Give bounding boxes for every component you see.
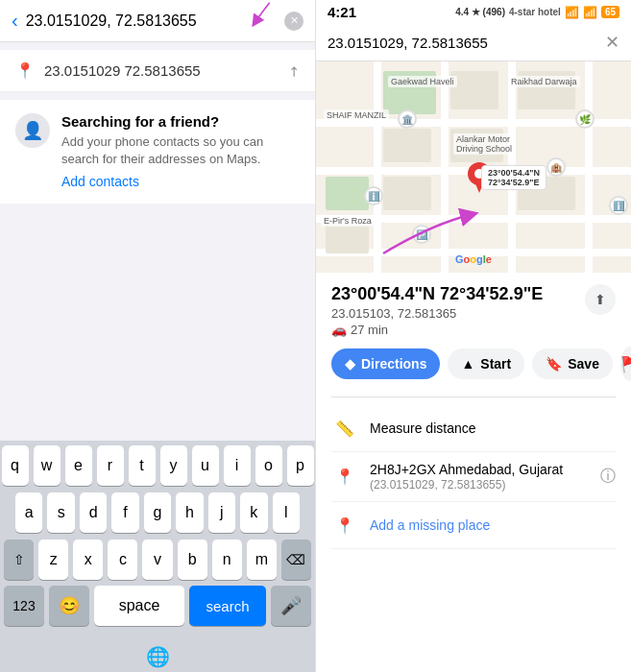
location-icon: 📍	[15, 61, 35, 80]
plus-code-text: 2H8J+2GX Ahmedabad, Gujarat (23.0151029,…	[370, 462, 589, 492]
key-l[interactable]: l	[273, 492, 300, 533]
measure-icon: 📏	[331, 415, 358, 442]
plus-code-row[interactable]: 📍 2H8J+2GX Ahmedabad, Gujarat (23.015102…	[331, 452, 616, 502]
friend-card-title: Searching for a friend?	[61, 113, 300, 130]
key-v[interactable]: v	[142, 540, 172, 580]
map-icon-2: 🌿	[575, 109, 595, 129]
add-place-row[interactable]: 📍 Add a missing place	[331, 502, 616, 549]
key-k[interactable]: k	[240, 492, 267, 533]
add-place-text: Add a missing place	[370, 517, 616, 533]
status-time: 4:21	[328, 4, 356, 20]
key-shift[interactable]: ⇧	[4, 540, 34, 580]
keyboard: q w e r t y u i o p a s d f g h j k l ⇧ …	[0, 441, 315, 672]
keyboard-row-1: q w e r t y u i o p	[0, 441, 315, 488]
key-j[interactable]: j	[208, 492, 235, 533]
key-x[interactable]: x	[73, 540, 103, 580]
key-y[interactable]: y	[160, 445, 187, 486]
map-icon-5: 🅿️	[412, 225, 431, 244]
key-b[interactable]: b	[178, 540, 207, 580]
key-q[interactable]: q	[2, 445, 29, 486]
left-panel: ‹ 📍 23.0151029 72.5813655 ↗ 👤 Searching …	[0, 0, 315, 672]
key-space[interactable]: space	[94, 586, 184, 626]
info-action-icon[interactable]: ⓘ	[600, 467, 616, 487]
friend-card: 👤 Searching for a friend? Add your phone…	[0, 100, 315, 204]
car-icon: 🚗	[331, 323, 347, 337]
keyboard-row-2: a s d f g h j k l	[0, 488, 315, 535]
info-panel: ⬆ 23°00'54.4"N 72°34'52.9"E 23.015103, 7…	[316, 273, 631, 672]
key-a[interactable]: a	[15, 492, 42, 533]
key-n[interactable]: n	[212, 540, 242, 580]
map-road	[585, 61, 593, 273]
key-e[interactable]: e	[65, 445, 92, 486]
map[interactable]: Gaekwad Haveli Raikhad Darwaja SHAIF MAN…	[316, 61, 631, 273]
plus-code-icon: 📍	[331, 464, 358, 491]
key-globe[interactable]: 🌐	[146, 645, 170, 668]
map-green-area	[326, 177, 369, 210]
friend-card-description: Add your phone contacts so you can searc…	[61, 133, 300, 168]
map-label-alankar: Alankar MotorDriving School	[453, 133, 515, 155]
right-clear-button[interactable]: ✕	[605, 32, 619, 53]
map-block	[383, 129, 431, 162]
map-icon-1: 🏛️	[398, 109, 417, 129]
divider	[331, 396, 616, 397]
key-i[interactable]: i	[224, 445, 251, 486]
share-button[interactable]: ⬆	[585, 284, 616, 315]
key-c[interactable]: c	[108, 540, 137, 580]
status-bar: 4:21 4.4 ★ (496) 4-star hotel 📶 📶 65	[316, 0, 631, 24]
map-icon-3: 🏨	[546, 157, 566, 177]
key-123[interactable]: 123	[4, 586, 44, 626]
coord-label: 23°00'54.4"N 72°34'52.9"E	[481, 165, 546, 190]
flag-button[interactable]: 🚩	[620, 347, 631, 381]
add-contacts-button[interactable]: Add contacts	[61, 174, 139, 189]
directions-button[interactable]: ◆ Directions	[331, 348, 440, 379]
key-delete[interactable]: ⌫	[281, 540, 311, 580]
suggestion-row[interactable]: 📍 23.0151029 72.5813655 ↗	[0, 50, 315, 92]
left-search-input[interactable]	[26, 12, 277, 30]
google-logo: Google	[455, 253, 492, 265]
battery-badge: 65	[601, 6, 619, 18]
map-icon-4: ℹ️	[364, 186, 383, 205]
measure-distance-row[interactable]: 📏 Measure distance	[331, 405, 616, 452]
key-search[interactable]: search	[189, 586, 266, 626]
left-search-bar: ‹	[0, 0, 315, 42]
start-button[interactable]: ▲ Start	[448, 348, 524, 379]
clear-button[interactable]	[284, 12, 303, 31]
key-u[interactable]: u	[192, 445, 219, 486]
key-h[interactable]: h	[176, 492, 203, 533]
key-f[interactable]: f	[111, 492, 138, 533]
directions-icon: ◆	[345, 356, 355, 372]
key-r[interactable]: r	[97, 445, 124, 486]
key-t[interactable]: t	[129, 445, 156, 486]
key-m[interactable]: m	[247, 540, 277, 580]
map-label-raikhad: Raikhad Darwaja	[508, 76, 580, 87]
key-o[interactable]: o	[255, 445, 282, 486]
map-block	[450, 71, 498, 109]
friend-icon: 👤	[15, 113, 50, 148]
key-p[interactable]: p	[287, 445, 314, 486]
key-s[interactable]: s	[47, 492, 74, 533]
right-search-input[interactable]	[328, 35, 597, 51]
map-road	[441, 61, 449, 273]
map-label-epir: E-Pir's Roza	[321, 215, 375, 227]
key-mic[interactable]: 🎤	[271, 586, 311, 626]
key-d[interactable]: d	[80, 492, 107, 533]
key-g[interactable]: g	[144, 492, 171, 533]
measure-text: Measure distance	[370, 420, 616, 436]
key-w[interactable]: w	[34, 445, 61, 486]
add-place-icon: 📍	[331, 512, 358, 539]
keyboard-row-3: ⇧ z x c v b n m ⌫	[0, 535, 315, 582]
rating-text: 4.4 ★ (496)	[455, 7, 505, 17]
back-button[interactable]: ‹	[12, 10, 18, 32]
start-icon: ▲	[461, 356, 474, 372]
key-z[interactable]: z	[38, 540, 68, 580]
keyboard-bottom-row: 123 😊 space search 🎤	[0, 582, 315, 645]
info-title: 23°00'54.4"N 72°34'52.9"E	[331, 284, 616, 304]
hotel-label: 4-star hotel	[509, 7, 561, 17]
info-coords: 23.015103, 72.581365	[331, 306, 616, 321]
map-block	[326, 225, 369, 253]
save-button[interactable]: 🔖 Save	[532, 348, 613, 379]
suggestion-text: 23.0151029 72.5813655	[44, 62, 279, 79]
map-road	[374, 61, 381, 273]
wifi-icon: 📶	[583, 6, 597, 19]
key-emoji[interactable]: 😊	[49, 586, 89, 626]
